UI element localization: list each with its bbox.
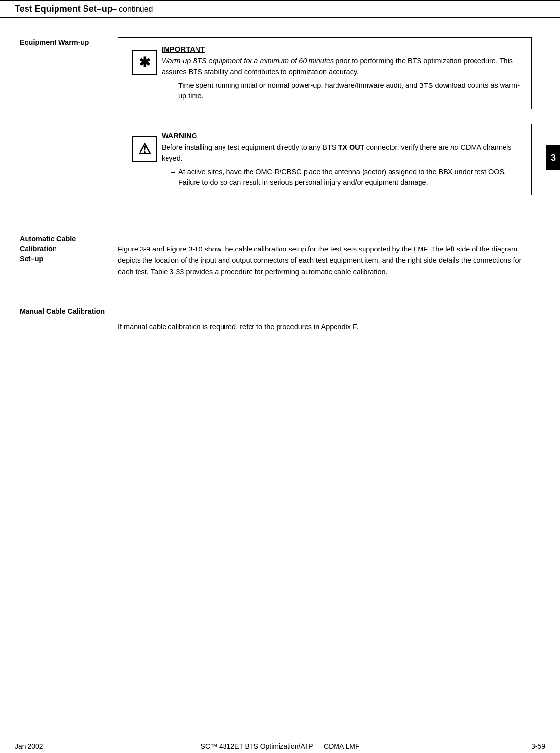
equipment-warmup-section: Equipment Warm-up ✱ IMPORTANT [20, 28, 532, 200]
warning-list: At active sites, have the OMC-R/CBSC pla… [171, 167, 522, 189]
auto-cal-label-col: Automatic Cable Calibration Set–up [20, 234, 118, 283]
warning-label: WARNING [162, 131, 522, 139]
manual-calibration-section: Manual Cable Calibration If manual cable… [20, 307, 532, 337]
auto-cal-heading-line1: Automatic Cable Calibration [20, 235, 76, 252]
auto-cal-row: Automatic Cable Calibration Set–up Figur… [20, 234, 532, 283]
tab-number: 3 [546, 145, 560, 170]
auto-calibration-section: Automatic Cable Calibration Set–up Figur… [20, 234, 532, 283]
important-icon: ✱ [132, 50, 157, 75]
page-footer: Jan 2002 SC™ 4812ET BTS Optimization/ATP… [0, 739, 560, 753]
warning-body-before: Before installing any test equipment dir… [162, 143, 338, 151]
warning-body: Before installing any test equipment dir… [162, 142, 522, 188]
warmup-heading: Equipment Warm-up [20, 38, 89, 46]
important-layout: ✱ IMPORTANT Warm-up BTS equipment for a … [127, 45, 522, 102]
warning-layout: ⚠ WARNING Before installing any test equ… [127, 131, 522, 188]
important-list: Time spent running initial or normal pow… [171, 81, 522, 102]
manual-cal-label-col: Manual Cable Calibration [20, 307, 118, 337]
warmup-row: Equipment Warm-up ✱ IMPORTANT [20, 37, 532, 200]
important-box: ✱ IMPORTANT Warm-up BTS equipment for a … [118, 37, 532, 109]
important-list-item-1: Time spent running initial or normal pow… [171, 81, 522, 102]
header-subtitle: – continued [112, 5, 153, 14]
important-text-col: IMPORTANT Warm-up BTS equipment for a mi… [162, 45, 522, 102]
auto-cal-body: Figure 3-9 and Figure 3-10 show the cabl… [118, 244, 532, 278]
auto-cal-content-col: Figure 3-9 and Figure 3-10 show the cabl… [118, 234, 532, 283]
auto-cal-heading-line2: Set–up [20, 255, 43, 263]
warmup-label-col: Equipment Warm-up [20, 37, 118, 200]
main-content: Equipment Warm-up ✱ IMPORTANT [0, 18, 560, 361]
manual-cal-content-col: If manual cable calibration is required,… [118, 307, 532, 337]
manual-cal-body: If manual cable calibration is required,… [118, 321, 532, 333]
important-body-italic: Warm-up BTS equipment for a minimum of 6… [162, 57, 334, 65]
important-label: IMPORTANT [162, 45, 522, 53]
warning-tx-out: TX OUT [338, 143, 364, 151]
warmup-content-col: ✱ IMPORTANT Warm-up BTS equipment for a … [118, 37, 532, 200]
warning-body-middle: connector, verify there are [364, 143, 451, 151]
auto-cal-heading: Automatic Cable Calibration Set–up [20, 235, 76, 263]
right-tab: 3 [546, 18, 560, 361]
page-header: Test Equipment Set–up – continued [0, 1, 560, 18]
content-area: Equipment Warm-up ✱ IMPORTANT [0, 18, 546, 361]
important-star: ✱ [139, 55, 150, 71]
important-body: Warm-up BTS equipment for a minimum of 6… [162, 56, 522, 102]
warning-triangle: ⚠ [138, 140, 151, 158]
important-icon-col: ✱ [127, 45, 162, 102]
warning-icon-col: ⚠ [127, 131, 162, 188]
warning-body-no: no [450, 143, 458, 151]
manual-cal-row: Manual Cable Calibration If manual cable… [20, 307, 532, 337]
manual-cal-heading: Manual Cable Calibration [20, 307, 105, 315]
warning-text-col: WARNING Before installing any test equip… [162, 131, 522, 188]
footer-page: 3-59 [413, 742, 545, 750]
footer-date: Jan 2002 [15, 742, 147, 750]
warning-list-item-1: At active sites, have the OMC-R/CBSC pla… [171, 167, 522, 189]
warning-box: ⚠ WARNING Before installing any test equ… [118, 124, 532, 195]
header-title: Test Equipment Set–up [15, 4, 112, 14]
footer-title: SC™ 4812ET BTS Optimization/ATP — CDMA L… [147, 742, 413, 750]
warning-icon: ⚠ [132, 136, 157, 162]
